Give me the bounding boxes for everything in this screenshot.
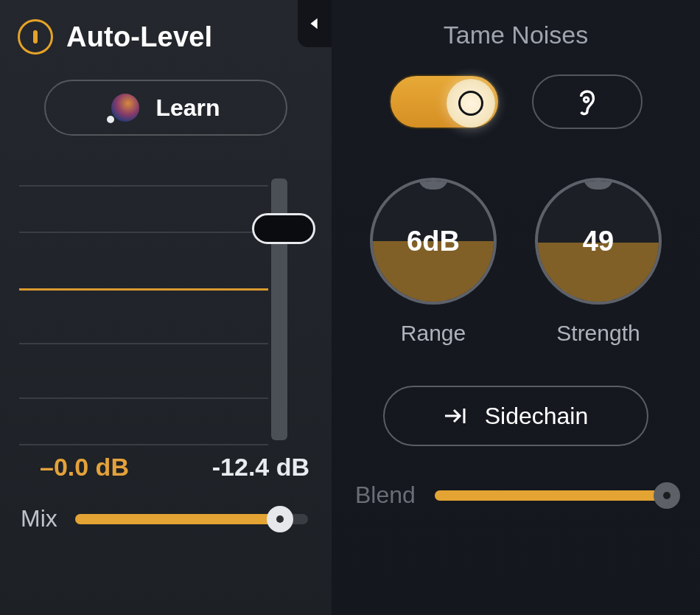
sidechain-label: Sidechain <box>485 403 589 430</box>
enable-toggle[interactable] <box>389 74 500 129</box>
listen-button[interactable] <box>532 74 643 129</box>
ear-icon <box>574 86 601 117</box>
dial-label: Range <box>401 321 466 346</box>
sidechain-button[interactable]: Sidechain <box>383 386 648 446</box>
collapse-button[interactable] <box>298 0 332 47</box>
svg-point-0 <box>584 97 589 102</box>
level-meter <box>18 174 314 447</box>
audio-plugin-panel: Auto-Level Learn –0.0 dB -12.4 dB Mix Ta… <box>0 0 700 615</box>
tame-noises-panel: Tame Noises 6dB Range 49 <box>332 0 700 615</box>
level-slider-thumb[interactable] <box>252 213 315 244</box>
readouts: –0.0 dB -12.4 dB <box>18 447 314 482</box>
readout-left: –0.0 dB <box>40 453 129 482</box>
readout-right: -12.4 dB <box>212 453 309 482</box>
power-icon <box>33 30 38 44</box>
dial-strength: 49 Strength <box>525 178 672 346</box>
dial-value: 49 <box>538 181 659 302</box>
mix-label: Mix <box>21 505 57 532</box>
blend-label: Blend <box>355 482 416 509</box>
dials: 6dB Range 49 Strength <box>351 178 681 346</box>
blend-slider[interactable] <box>435 490 676 501</box>
tame-noises-title: Tame Noises <box>351 21 681 49</box>
blend-control: Blend <box>351 482 681 509</box>
panel-title: Auto-Level <box>66 21 212 53</box>
toggle-row <box>351 74 681 129</box>
auto-level-panel: Auto-Level Learn –0.0 dB -12.4 dB Mix <box>0 0 332 615</box>
learn-icon <box>111 94 139 122</box>
sidechain-icon <box>444 405 470 427</box>
chevron-left-icon <box>307 15 323 32</box>
dial-range: 6dB Range <box>360 178 507 346</box>
mix-control: Mix <box>18 505 314 532</box>
toggle-knob <box>447 79 495 128</box>
mix-slider-thumb[interactable] <box>267 506 293 532</box>
learn-button[interactable]: Learn <box>44 80 287 136</box>
dial-value: 6dB <box>373 181 494 302</box>
auto-level-header: Auto-Level <box>18 19 314 55</box>
dial-label: Strength <box>556 321 640 346</box>
blend-slider-thumb[interactable] <box>654 482 680 509</box>
power-toggle[interactable] <box>18 19 53 55</box>
learn-label: Learn <box>155 94 220 122</box>
mix-slider[interactable] <box>75 514 308 524</box>
dial-knob[interactable]: 49 <box>535 178 662 305</box>
dial-knob[interactable]: 6dB <box>370 178 497 305</box>
